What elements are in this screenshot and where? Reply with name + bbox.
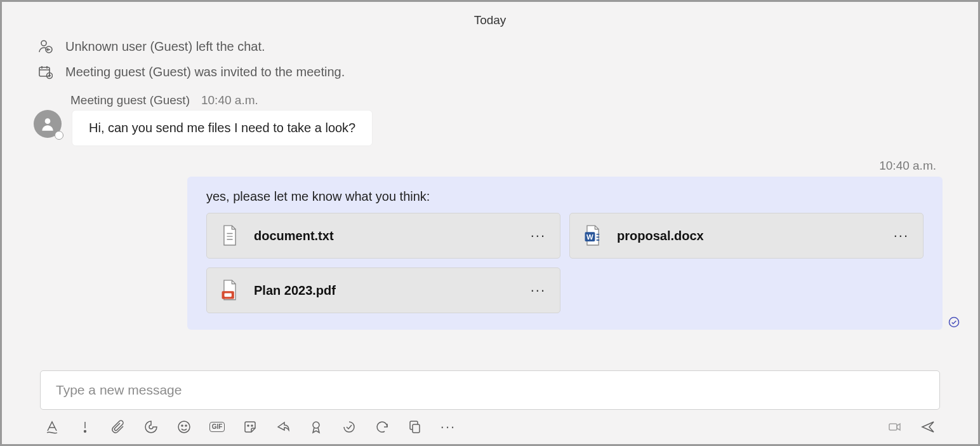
composer-toolbar: GIF ···	[40, 410, 940, 438]
svg-rect-17	[413, 424, 420, 433]
svg-point-15	[251, 425, 253, 426]
composer-area: GIF ···	[2, 370, 978, 444]
svg-rect-8	[225, 294, 232, 297]
gif-button[interactable]: GIF	[209, 419, 225, 435]
file-name: Plan 2023.pdf	[254, 283, 515, 298]
actions-button[interactable]	[275, 419, 291, 435]
loop-button[interactable]	[143, 419, 159, 435]
copy-button[interactable]	[407, 419, 423, 435]
file-attachment[interactable]: document.txt ···	[206, 213, 560, 259]
svg-point-11	[178, 421, 190, 433]
svg-text:W: W	[586, 233, 593, 241]
pdf-file-icon	[221, 280, 239, 301]
message-timestamp: 10:40 a.m.	[879, 159, 943, 173]
svg-point-9	[950, 318, 959, 327]
svg-point-0	[41, 41, 46, 46]
svg-point-4	[45, 118, 51, 124]
calendar-add-icon	[37, 64, 53, 79]
svg-rect-2	[39, 67, 50, 76]
sender-name: Meeting guest (Guest)	[70, 93, 190, 107]
sticker-button[interactable]	[242, 419, 258, 435]
attach-button[interactable]	[110, 419, 126, 435]
read-receipt-icon	[948, 316, 960, 331]
outgoing-message-bubble[interactable]: yes, please let me know what you think:	[187, 177, 943, 330]
avatar[interactable]	[34, 110, 62, 138]
updates-button[interactable]	[374, 419, 390, 435]
date-divider: Today	[34, 10, 946, 34]
file-name: proposal.docx	[617, 229, 878, 243]
send-button[interactable]	[920, 419, 936, 435]
video-clip-button[interactable]	[887, 419, 903, 435]
viva-button[interactable]	[341, 419, 357, 435]
file-attachment[interactable]: W proposal.docx ···	[569, 213, 924, 259]
docx-file-icon: W	[584, 225, 602, 247]
outgoing-message-text: yes, please let me know what you think:	[206, 189, 924, 204]
svg-point-16	[313, 422, 319, 428]
chat-panel: Today Unknown user (Guest) left the chat…	[2, 2, 978, 444]
presence-indicator	[55, 131, 63, 140]
svg-point-14	[248, 425, 249, 426]
message-timestamp: 10:40 a.m.	[201, 93, 258, 107]
file-more-button[interactable]: ···	[531, 227, 546, 244]
file-name: document.txt	[254, 229, 515, 243]
format-button[interactable]	[44, 419, 60, 435]
svg-point-13	[185, 425, 187, 426]
file-attachment[interactable]: Plan 2023.pdf ···	[206, 267, 560, 313]
priority-button[interactable]	[77, 419, 93, 435]
file-attachments-grid: document.txt ··· W	[206, 213, 924, 313]
system-event-invited: Meeting guest (Guest) was invited to the…	[34, 59, 946, 84]
file-more-button[interactable]: ···	[531, 282, 546, 299]
svg-point-10	[84, 431, 86, 433]
incoming-message-bubble[interactable]: Hi, can you send me files I need to take…	[72, 110, 373, 146]
approvals-button[interactable]	[308, 419, 324, 435]
messages-scroll[interactable]: Today Unknown user (Guest) left the chat…	[2, 2, 978, 370]
message-input[interactable]	[55, 382, 925, 398]
svg-point-12	[182, 425, 183, 426]
system-event-text: Unknown user (Guest) left the chat.	[65, 39, 265, 54]
outgoing-message-group: 10:40 a.m. yes, please let me know what …	[34, 159, 946, 330]
message-header: Meeting guest (Guest) 10:40 a.m.	[34, 93, 946, 107]
txt-file-icon	[221, 225, 239, 247]
system-event-left: Unknown user (Guest) left the chat.	[34, 34, 946, 59]
svg-rect-18	[889, 424, 897, 430]
file-more-button[interactable]: ···	[894, 227, 909, 244]
person-left-icon	[37, 39, 53, 54]
system-event-text: Meeting guest (Guest) was invited to the…	[65, 65, 345, 79]
message-composer[interactable]	[40, 370, 940, 410]
more-extensions-button[interactable]: ···	[440, 419, 456, 435]
emoji-button[interactable]	[176, 419, 192, 435]
incoming-message-group: Meeting guest (Guest) 10:40 a.m. Hi, can…	[34, 84, 946, 146]
